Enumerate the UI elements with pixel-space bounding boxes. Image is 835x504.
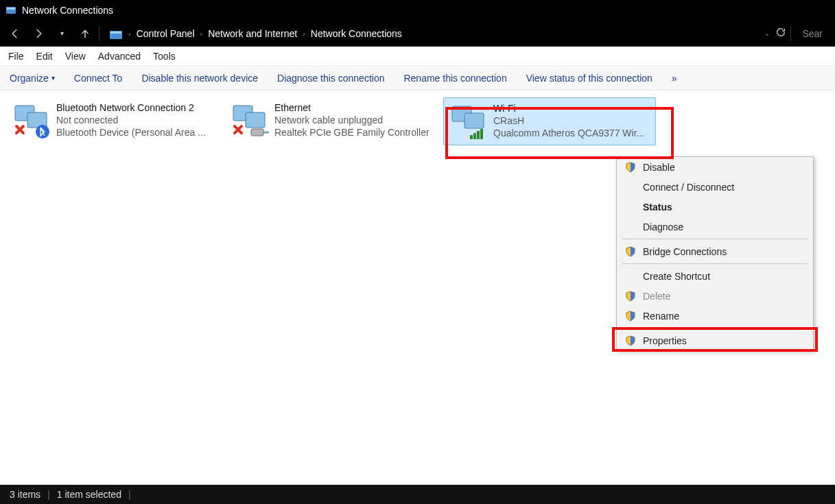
folder-icon	[109, 27, 123, 40]
menu-view[interactable]: View	[65, 51, 86, 62]
window-title: Network Connections	[22, 5, 113, 16]
connection-device: Realtek PCIe GBE Family Controller	[274, 126, 430, 139]
ctx-delete: Delete	[617, 286, 813, 306]
chevron-down-icon: ▾	[51, 74, 55, 82]
divider: |	[47, 489, 50, 500]
navbar: ▾ › Control Panel › Network and Internet…	[0, 21, 835, 47]
chevron-right-icon: ›	[126, 29, 134, 38]
connection-list: Bluetooth Network Connection 2 Not conne…	[7, 97, 828, 145]
breadcrumb[interactable]: › Control Panel › Network and Internet ›…	[104, 27, 760, 40]
recent-dropdown[interactable]: ▾	[52, 24, 71, 43]
menu-tools[interactable]: Tools	[153, 51, 176, 62]
shield-icon	[625, 246, 636, 257]
connection-status: Network cable unplugged	[274, 114, 430, 126]
chevron-down-icon[interactable]: ⌄	[764, 29, 770, 37]
status-bar: 3 items | 1 item selected |	[0, 485, 835, 504]
ctx-create-shortcut[interactable]: Create Shortcut	[617, 266, 813, 286]
overflow-button[interactable]: »	[672, 73, 677, 84]
network-icon	[449, 102, 488, 141]
refresh-icon[interactable]	[775, 27, 786, 40]
separator	[622, 328, 808, 328]
disable-device-button[interactable]: Disable this network device	[141, 73, 258, 84]
divider: |	[128, 489, 131, 500]
menubar: File Edit View Advanced Tools	[0, 47, 835, 66]
diagnose-button[interactable]: Diagnose this connection	[277, 73, 384, 84]
toolbar: Organize▾ Connect To Disable this networ…	[0, 66, 835, 91]
titlebar: Network Connections	[0, 0, 835, 21]
network-icon	[12, 101, 51, 140]
svg-rect-13	[473, 133, 476, 139]
search-input[interactable]: Sear	[795, 28, 830, 39]
svg-rect-8	[246, 112, 265, 128]
shield-icon	[625, 162, 636, 173]
ctx-disable[interactable]: Disable	[617, 157, 813, 177]
status-selected: 1 item selected	[57, 489, 121, 500]
status-count: 3 items	[10, 489, 40, 500]
shield-icon	[625, 311, 636, 322]
connection-name: Bluetooth Network Connection 2	[56, 101, 206, 114]
svg-rect-12	[470, 135, 473, 139]
shield-icon	[625, 335, 636, 346]
ctx-status[interactable]: Status	[617, 197, 813, 217]
breadcrumb-item[interactable]: Control Panel	[137, 28, 195, 39]
context-menu: Disable Connect / Disconnect Status Diag…	[616, 156, 814, 351]
breadcrumb-item[interactable]: Network and Internet	[208, 28, 297, 39]
ctx-bridge[interactable]: Bridge Connections	[617, 241, 813, 261]
connection-device: Bluetooth Device (Personal Area ...	[56, 126, 206, 139]
connection-status: Not connected	[56, 114, 206, 126]
ctx-rename[interactable]: Rename	[617, 306, 813, 326]
connect-to-button[interactable]: Connect To	[74, 73, 123, 84]
back-button[interactable]	[5, 24, 25, 43]
organize-button[interactable]: Organize▾	[10, 73, 55, 84]
menu-advanced[interactable]: Advanced	[98, 51, 141, 62]
chevron-right-icon: ›	[300, 29, 308, 38]
rename-button[interactable]: Rename this connection	[403, 73, 506, 84]
connection-name: Wi-Fi	[493, 102, 644, 115]
menu-file[interactable]: File	[8, 51, 24, 62]
separator	[622, 239, 808, 239]
connection-wifi[interactable]: Wi-Fi CRasH Qualcomm Atheros QCA9377 Wir…	[443, 97, 656, 145]
connection-name: Ethernet	[274, 101, 430, 114]
network-icon	[231, 101, 269, 140]
up-button[interactable]	[75, 24, 95, 43]
window-icon	[5, 5, 16, 16]
connection-bluetooth[interactable]: Bluetooth Network Connection 2 Not conne…	[7, 97, 220, 145]
forward-button[interactable]	[29, 24, 48, 43]
view-status-button[interactable]: View status of this connection	[526, 73, 652, 84]
shield-icon	[625, 291, 636, 302]
ctx-diagnose[interactable]: Diagnose	[617, 217, 813, 237]
ctx-connect-disconnect[interactable]: Connect / Disconnect	[617, 177, 813, 197]
chevron-right-icon: ›	[198, 29, 206, 38]
svg-rect-1	[7, 8, 15, 10]
svg-rect-11	[464, 113, 484, 128]
svg-rect-3	[110, 32, 121, 34]
menu-edit[interactable]: Edit	[36, 51, 53, 62]
breadcrumb-item[interactable]: Network Connections	[311, 28, 402, 39]
connection-ethernet[interactable]: Ethernet Network cable unplugged Realtek…	[225, 97, 438, 145]
ctx-properties[interactable]: Properties	[617, 331, 813, 350]
svg-rect-9	[251, 129, 263, 136]
separator	[622, 263, 808, 264]
connection-status: CRasH	[493, 115, 644, 127]
svg-rect-14	[477, 131, 480, 139]
connection-device: Qualcomm Atheros QCA9377 Wir...	[493, 127, 644, 139]
svg-rect-15	[480, 129, 483, 139]
